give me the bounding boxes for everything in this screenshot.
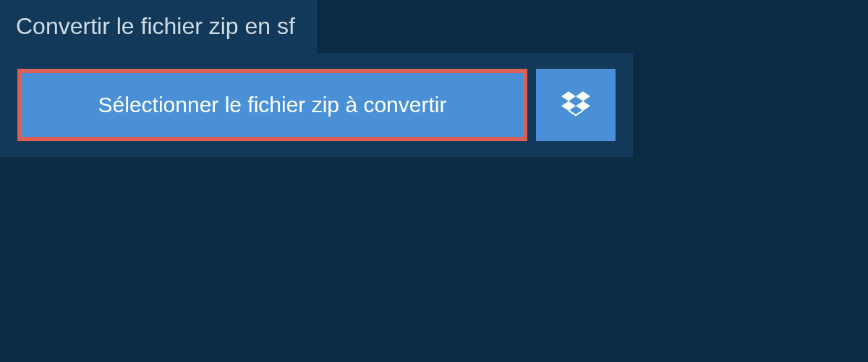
- page-title: Convertir le fichier zip en sf: [16, 13, 295, 39]
- upload-panel: Sélectionner le fichier zip à convertir: [0, 53, 633, 157]
- select-file-button[interactable]: Sélectionner le fichier zip à convertir: [17, 69, 527, 141]
- dropbox-icon: [561, 89, 590, 121]
- dropbox-button[interactable]: [536, 69, 616, 141]
- select-file-label: Sélectionner le fichier zip à convertir: [98, 93, 447, 117]
- page-title-tab: Convertir le fichier zip en sf: [0, 0, 317, 53]
